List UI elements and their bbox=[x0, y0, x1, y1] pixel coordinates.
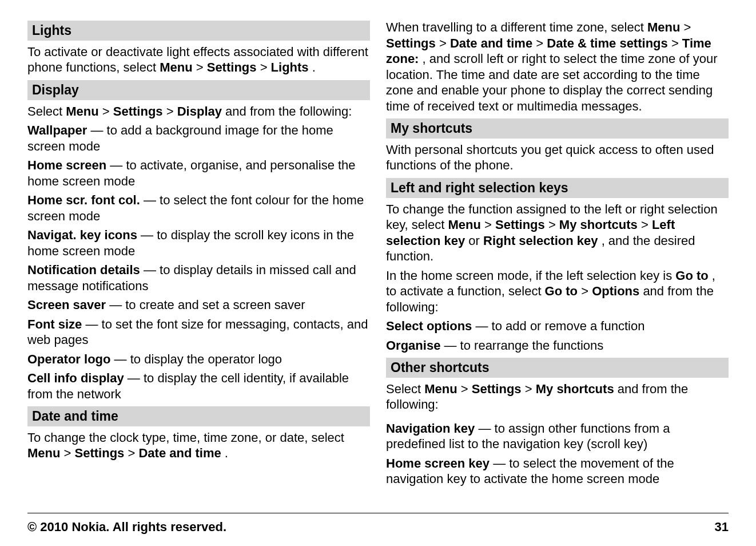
list-item: Home screen key — to select the movement… bbox=[386, 456, 729, 487]
dot: . bbox=[225, 446, 228, 460]
menu-label: Menu bbox=[424, 382, 457, 396]
goto-label: Go to bbox=[545, 284, 578, 298]
para-display-intro: Select Menu > Settings > Display and fro… bbox=[27, 104, 370, 120]
list-item: Navigat. key icons — to display the scro… bbox=[27, 227, 370, 259]
item-desc: — to rearrange the functions bbox=[444, 338, 604, 353]
menu-label: Menu bbox=[27, 446, 60, 460]
list-item: Home scr. font col. — to select the font… bbox=[27, 192, 370, 224]
item-label: Organise bbox=[386, 338, 440, 353]
page-footer: © 2010 Nokia. All rights reserved. 31 bbox=[27, 513, 729, 535]
date-time-label: Date and time bbox=[138, 446, 221, 460]
text: In the home screen mode, if the left sel… bbox=[386, 268, 675, 283]
item-label: Home screen bbox=[27, 158, 106, 172]
para-timezone: When travelling to a different time zone… bbox=[386, 19, 729, 114]
menu-label: Menu bbox=[66, 104, 98, 118]
item-label: Home scr. font col. bbox=[27, 193, 140, 207]
sep: > bbox=[684, 20, 691, 34]
sep: > bbox=[128, 446, 138, 460]
date-time-label: Date and time bbox=[450, 36, 532, 50]
item-label: Home screen key bbox=[386, 456, 490, 470]
sep: > bbox=[581, 284, 592, 298]
item-label: Screen saver bbox=[27, 298, 106, 312]
left-column: Lights To activate or deactivate light e… bbox=[27, 16, 370, 490]
text: or bbox=[468, 234, 483, 248]
item-label: Select options bbox=[386, 319, 472, 333]
sep: > bbox=[548, 217, 559, 232]
settings-label: Settings bbox=[207, 60, 257, 74]
sep: > bbox=[64, 446, 75, 460]
item-label: Font size bbox=[27, 317, 82, 331]
list-item: Select options — to add or remove a func… bbox=[386, 318, 729, 334]
right-selection-key-label: Right selection key bbox=[483, 234, 598, 248]
list-item: Home screen — to activate, organise, and… bbox=[27, 157, 370, 189]
item-label: Cell info display bbox=[27, 371, 124, 385]
item-desc: — to create and set a screen saver bbox=[109, 298, 305, 312]
sep: > bbox=[260, 60, 271, 74]
text: Select bbox=[386, 382, 424, 396]
date-time-settings-label: Date & time settings bbox=[547, 36, 668, 50]
text: To change the clock type, time, time zon… bbox=[27, 430, 344, 445]
menu-label: Menu bbox=[647, 20, 680, 34]
list-item: Font size — to set the font size for mes… bbox=[27, 316, 370, 348]
item-desc: — to display the operator logo bbox=[114, 352, 282, 366]
list-item: Wallpaper — to add a background image fo… bbox=[27, 122, 370, 154]
item-label: Notification details bbox=[27, 263, 140, 277]
para-lr-1: To change the function assigned to the l… bbox=[386, 201, 729, 264]
para-lr-2: In the home screen mode, if the left sel… bbox=[386, 268, 729, 315]
item-label: Navigation key bbox=[386, 421, 475, 436]
sep: > bbox=[484, 217, 495, 232]
text: and from the following: bbox=[225, 104, 352, 118]
item-label: Navigat. key icons bbox=[27, 228, 137, 242]
heading-date-time: Date and time bbox=[27, 406, 370, 426]
sep: > bbox=[196, 60, 207, 74]
item-label: Operator logo bbox=[27, 352, 110, 366]
my-shortcuts-label: My shortcuts bbox=[536, 382, 614, 396]
heading-my-shortcuts: My shortcuts bbox=[386, 118, 729, 139]
display-label: Display bbox=[177, 104, 222, 118]
settings-label: Settings bbox=[75, 446, 125, 460]
para-my-shortcuts: With personal shortcuts you get quick ac… bbox=[386, 142, 729, 173]
sep: > bbox=[671, 36, 682, 50]
heading-lights: Lights bbox=[27, 21, 370, 41]
list-item: Organise — to rearrange the functions bbox=[386, 338, 729, 354]
copyright-text: © 2010 Nokia. All rights reserved. bbox=[27, 519, 226, 535]
sep: > bbox=[166, 104, 177, 118]
columns: Lights To activate or deactivate light e… bbox=[27, 16, 729, 490]
list-item: Notification details — to display detail… bbox=[27, 262, 370, 294]
settings-label: Settings bbox=[113, 104, 163, 118]
sep: > bbox=[102, 104, 113, 118]
heading-left-right-keys: Left and right selection keys bbox=[386, 178, 729, 198]
settings-label: Settings bbox=[386, 36, 436, 50]
options-label: Options bbox=[592, 284, 639, 298]
list-item: Cell info display — to display the cell … bbox=[27, 370, 370, 402]
menu-label: Menu bbox=[160, 60, 192, 74]
heading-other-shortcuts: Other shortcuts bbox=[386, 358, 729, 378]
document-page: Lights To activate or deactivate light e… bbox=[0, 0, 756, 546]
list-item: Navigation key — to assign other functio… bbox=[386, 421, 729, 452]
sep: > bbox=[461, 382, 472, 396]
sep: > bbox=[525, 382, 536, 396]
list-item: Screen saver — to create and set a scree… bbox=[27, 297, 370, 313]
goto-label: Go to bbox=[675, 268, 708, 283]
item-desc: — to add or remove a function bbox=[475, 319, 644, 333]
item-label: Wallpaper bbox=[27, 123, 87, 137]
settings-label: Settings bbox=[495, 217, 545, 232]
page-number: 31 bbox=[715, 519, 729, 535]
text: With personal shortcuts you get quick ac… bbox=[386, 143, 714, 173]
text: Select bbox=[27, 104, 66, 118]
para-date-time: To change the clock type, time, time zon… bbox=[27, 430, 370, 461]
para-other-intro: Select Menu > Settings > My shortcuts an… bbox=[386, 381, 729, 413]
menu-label: Menu bbox=[448, 217, 480, 232]
sep: > bbox=[439, 36, 450, 50]
lights-label: Lights bbox=[271, 60, 309, 74]
settings-label: Settings bbox=[472, 382, 522, 396]
my-shortcuts-label: My shortcuts bbox=[559, 217, 638, 232]
para-lights: To activate or deactivate light effects … bbox=[27, 44, 370, 76]
list-item: Operator logo — to display the operator … bbox=[27, 351, 370, 367]
text: When travelling to a different time zone… bbox=[386, 20, 647, 34]
heading-display: Display bbox=[27, 80, 370, 100]
right-column: When travelling to a different time zone… bbox=[386, 16, 729, 490]
sep: > bbox=[536, 36, 547, 50]
text: , and scroll left or right to select the… bbox=[386, 52, 718, 113]
sep: > bbox=[641, 217, 652, 232]
